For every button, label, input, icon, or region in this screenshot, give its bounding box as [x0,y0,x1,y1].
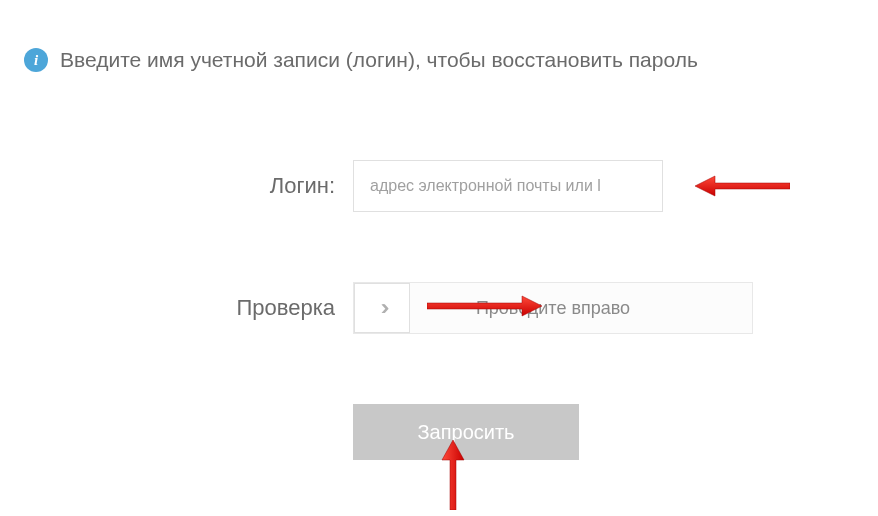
info-icon: i [24,48,48,72]
submit-row: Запросить [353,404,753,460]
info-row: i Введите имя учетной записи (логин), чт… [24,48,698,72]
login-row: Логин: [195,160,753,212]
slider-handle[interactable]: ›› [354,283,410,333]
form: Логин: Проверка ›› Проведите вправо Запр… [195,160,753,460]
verify-row: Проверка ›› Проведите вправо [195,282,753,334]
slider-track[interactable]: ›› Проведите вправо [353,282,753,334]
login-input[interactable] [353,160,663,212]
slider-text: Проведите вправо [476,298,630,319]
verify-label: Проверка [195,295,335,321]
login-label: Логин: [195,173,335,199]
chevron-double-right-icon: ›› [381,295,384,321]
submit-button[interactable]: Запросить [353,404,579,460]
info-text: Введите имя учетной записи (логин), чтоб… [60,48,698,72]
